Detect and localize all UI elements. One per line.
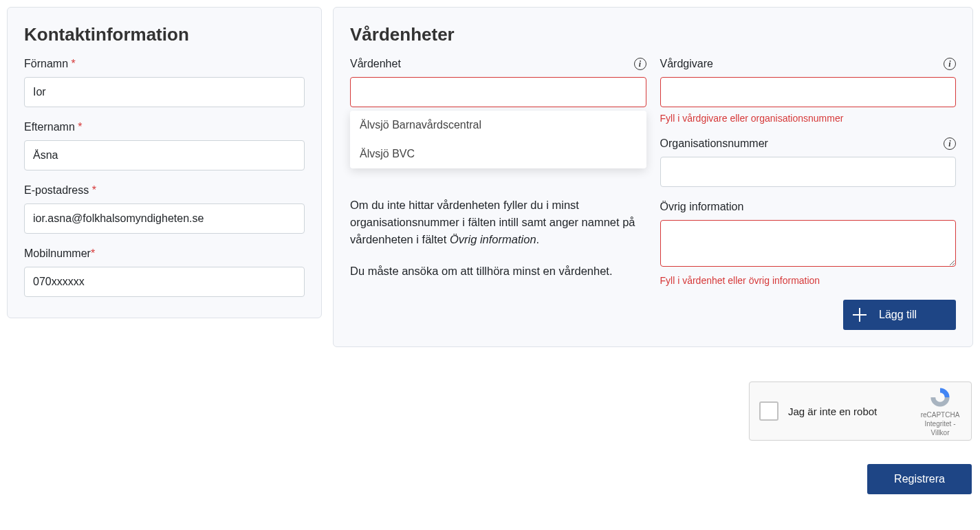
main-container: Kontaktinformation Förnamn * Efternamn *… [7,7,973,347]
units-two-col: Vårdenhet i Älvsjö Barnavårdscentral Älv… [350,58,956,330]
last-name-label: Efternamn * [24,121,305,133]
mobile-label: Mobilnummer* [24,247,305,260]
help-paragraph-2: Du måste ansöka om att tillhöra minst en… [350,263,646,280]
help-text-part: . [536,233,540,245]
email-label-text: E-postadress [24,184,89,196]
recaptcha-logo-icon [928,386,952,409]
recaptcha-widget: Jag är inte en robot reCAPTCHA Integrite… [749,382,972,441]
recaptcha-links: Integritet - Villkor [917,419,963,437]
first-name-label-text: Förnamn [24,58,68,69]
provider-input[interactable] [660,77,957,107]
units-panel: Vårdenheter Vårdenhet i Älvsjö Barnavård… [333,7,973,347]
provider-error: Fyll i vårdgivare eller organisationsnum… [660,113,957,124]
orgno-label: Organisationsnummer [660,137,768,150]
unit-help-text: Om du inte hittar vårdenheten fyller du … [350,197,646,280]
provider-label-row: Vårdgivare i [660,58,957,70]
email-label: E-postadress * [24,184,305,197]
units-left-col: Vårdenhet i Älvsjö Barnavårdscentral Älv… [350,58,646,330]
recaptcha-checkbox[interactable] [759,401,778,421]
unit-group: Vårdenhet i Älvsjö Barnavårdscentral Älv… [350,58,646,107]
contact-title: Kontaktinformation [24,24,305,45]
recaptcha-brand: reCAPTCHA [917,410,963,419]
first-name-group: Förnamn * [24,58,305,107]
email-group: E-postadress * [24,184,305,234]
provider-label: Vårdgivare [660,58,713,70]
mobile-group: Mobilnummer* [24,247,305,297]
orgno-group: Organisationsnummer i [660,137,957,187]
first-name-label: Förnamn * [24,58,305,70]
required-mark: * [89,184,96,196]
other-textarea[interactable] [660,220,957,267]
mobile-input[interactable] [24,267,305,297]
help-text-emphasis: Övrig information [450,233,536,245]
info-icon[interactable]: i [634,58,646,70]
recaptcha-badge: reCAPTCHA Integritet - Villkor [917,386,963,437]
unit-label: Vårdenhet [350,58,401,70]
recaptcha-terms-link[interactable]: Villkor [930,429,949,437]
footer: Jag är inte en robot reCAPTCHA Integrite… [7,382,973,494]
first-name-input[interactable] [24,77,305,107]
last-name-input[interactable] [24,140,305,170]
unit-input[interactable] [350,77,646,107]
register-button[interactable]: Registrera [867,464,972,494]
mobile-label-text: Mobilnummer [24,247,91,259]
units-title: Vårdenheter [350,24,956,45]
other-error: Fyll i vårdenhet eller övrig information [660,275,957,286]
required-mark: * [75,121,83,133]
units-right-col: Vårdgivare i Fyll i vårdgivare eller org… [660,58,957,330]
help-paragraph-1: Om du inte hittar vårdenheten fyller du … [350,197,646,247]
add-button-label: Lägg till [879,309,917,321]
suggestion-item[interactable]: Älvsjö BVC [350,140,646,168]
info-icon[interactable]: i [944,58,956,70]
orgno-input[interactable] [660,157,957,187]
plus-icon [853,308,867,322]
last-name-group: Efternamn * [24,121,305,170]
orgno-label-row: Organisationsnummer i [660,137,957,150]
required-mark: * [91,247,95,259]
required-mark: * [68,58,76,69]
register-button-label: Registrera [894,473,945,485]
suggestion-item[interactable]: Älvsjö Barnavårdscentral [350,111,646,140]
recaptcha-privacy-link[interactable]: Integritet [924,420,951,428]
last-name-label-text: Efternamn [24,121,75,133]
provider-group: Vårdgivare i Fyll i vårdgivare eller org… [660,58,957,124]
recaptcha-label: Jag är inte en robot [788,406,917,417]
other-label: Övrig information [660,201,957,213]
unit-label-row: Vårdenhet i [350,58,646,70]
contact-panel: Kontaktinformation Förnamn * Efternamn *… [7,7,322,318]
add-button[interactable]: Lägg till [843,300,956,330]
email-input[interactable] [24,203,305,234]
info-icon[interactable]: i [944,137,956,150]
add-button-row: Lägg till [660,300,957,330]
unit-suggestions-dropdown: Älvsjö Barnavårdscentral Älvsjö BVC [350,111,646,168]
other-group: Övrig information Fyll i vårdenhet eller… [660,201,957,286]
